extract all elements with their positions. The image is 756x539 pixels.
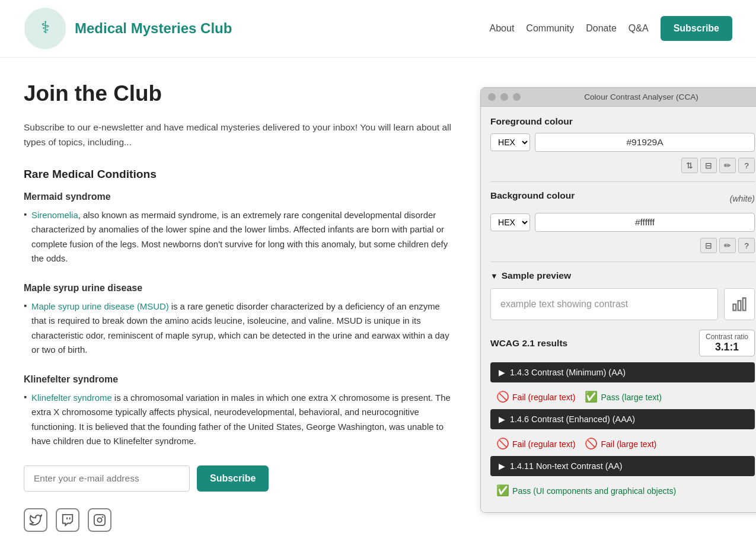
contrast-ratio-box: Contrast ratio 3.1:1	[699, 330, 755, 356]
cca-divider-1	[490, 181, 755, 182]
sample-preview-area: example text showing contrast	[490, 288, 755, 320]
sample-preview-label-text: Sample preview	[502, 270, 571, 281]
svg-rect-9	[743, 298, 746, 311]
email-input[interactable]	[24, 465, 190, 492]
condition-text-msud: Maple syrup urine disease (MSUD) is a ra…	[31, 299, 457, 358]
nav-about[interactable]: About	[490, 23, 515, 34]
wcag-146-result-1-text: Fail (large text)	[601, 439, 656, 449]
background-white-label: (white)	[730, 194, 755, 203]
wcag-rule-146-label: 1.4.6 Contrast (Enhanced) (AAA)	[510, 414, 635, 424]
condition-title-mermaid: Mermaid syndrome	[24, 192, 457, 202]
condition-link-sirenomelia[interactable]: Sirenomelia	[31, 211, 78, 220]
background-value-input[interactable]	[535, 213, 755, 232]
sliders-icon[interactable]: ⊟	[700, 158, 717, 173]
twitter-icon[interactable]	[24, 508, 47, 532]
wcag-rule-146-btn[interactable]: ▶ 1.4.6 Contrast (Enhanced) (AAA)	[490, 409, 755, 429]
svg-rect-4	[94, 515, 105, 525]
eyedropper-fg-icon[interactable]: ✏	[719, 158, 736, 173]
social-icons	[24, 508, 457, 532]
chart-view-btn[interactable]	[724, 288, 755, 320]
svg-rect-8	[738, 301, 741, 310]
header-subscribe-button[interactable]: Subscribe	[661, 16, 732, 41]
condition-desc-mermaid: , also known as mermaid syndrome, is an …	[31, 211, 448, 264]
bullet-msud: ▪	[24, 301, 27, 311]
titlebar-dot-red	[488, 93, 496, 101]
foreground-color-row: HEX	[490, 133, 755, 152]
foreground-format-select[interactable]: HEX	[490, 133, 530, 151]
wcag-1411-result-0-text: Pass (UI components and graphical object…	[512, 486, 676, 496]
sample-preview-toggle[interactable]: ▼ Sample preview	[490, 270, 755, 281]
sample-text-box: example text showing contrast	[490, 288, 718, 320]
wcag-146-result-1: 🚫 Fail (large text)	[585, 438, 656, 450]
site-logo: ⚕	[24, 7, 66, 50]
wcag-146-result-0-text: Fail (regular text)	[512, 439, 575, 449]
background-label: Background colour	[490, 190, 575, 201]
help-fg-icon[interactable]: ?	[738, 158, 755, 173]
wcag-146-results: 🚫 Fail (regular text) 🚫 Fail (large text…	[490, 434, 755, 456]
condition-item-klinefelter: ▪ Klinefelter syndrome is a chromosomal …	[24, 391, 457, 449]
bg-label-row: Background colour (white)	[490, 190, 755, 207]
nav-community[interactable]: Community	[526, 23, 574, 34]
condition-link-msud[interactable]: Maple syrup urine disease (MSUD)	[31, 302, 168, 311]
foreground-icon-row: ⇅ ⊟ ✏ ?	[490, 158, 755, 173]
nav-donate[interactable]: Donate	[586, 23, 617, 34]
swap-icon[interactable]: ⇅	[681, 158, 698, 173]
wcag-rule-1411-label: 1.4.11 Non-text Contrast (AA)	[510, 461, 623, 471]
fail-icon-146-1: 🚫	[585, 438, 598, 450]
wcag-143-result-0-text: Fail (regular text)	[512, 393, 575, 402]
wcag-results-row: WCAG 2.1 results Contrast ratio 3.1:1	[490, 330, 755, 356]
fail-icon-143-0: 🚫	[496, 391, 509, 403]
foreground-label: Foreground colour	[490, 116, 755, 127]
section-heading: Rare Medical Conditions	[24, 168, 457, 181]
wcag-143-result-1: ✅ Pass (large text)	[585, 391, 662, 403]
background-color-row: HEX	[490, 213, 755, 232]
wcag-rule-1411-btn[interactable]: ▶ 1.4.11 Non-text Contrast (AA)	[490, 456, 755, 476]
condition-item-msud: ▪ Maple syrup urine disease (MSUD) is a …	[24, 299, 457, 358]
page-title: Join the Club	[24, 81, 457, 106]
sample-text: example text showing contrast	[500, 299, 628, 310]
main-nav: About Community Donate Q&A Subscribe	[490, 16, 732, 41]
cca-body: Foreground colour HEX ⇅ ⊟ ✏ ? Background…	[481, 107, 756, 512]
wcag-rule-143-btn[interactable]: ▶ 1.4.3 Contrast (Minimum) (AA)	[490, 362, 755, 382]
svg-point-5	[97, 518, 101, 522]
intro-text: Subscribe to our e-newsletter and have m…	[24, 120, 457, 150]
condition-title-msud: Maple syrup urine disease	[24, 283, 457, 294]
svg-point-6	[103, 517, 103, 518]
condition-link-klinefelter[interactable]: Klinefelter syndrome	[31, 393, 112, 403]
cca-panel: Colour Contrast Analyser (CCA) Foregroun…	[480, 87, 756, 513]
foreground-value-input[interactable]	[535, 133, 755, 152]
play-icon-143: ▶	[499, 368, 505, 377]
contrast-ratio-label: Contrast ratio	[706, 333, 748, 341]
help-bg-icon[interactable]: ?	[738, 238, 755, 253]
bullet-klinefelter: ▪	[24, 392, 27, 402]
page-layout: Join the Club Subscribe to our e-newslet…	[0, 58, 756, 539]
form-subscribe-button[interactable]: Subscribe	[197, 465, 269, 492]
wcag-143-results: 🚫 Fail (regular text) ✅ Pass (large text…	[490, 387, 755, 409]
eyedropper-bg-icon[interactable]: ✏	[719, 238, 736, 253]
condition-klinefelter: Klinefelter syndrome ▪ Klinefelter syndr…	[24, 374, 457, 449]
wcag-143-result-1-text: Pass (large text)	[601, 393, 662, 402]
titlebar-dot-yellow	[500, 93, 508, 101]
twitch-icon[interactable]	[56, 508, 79, 532]
nav-qna[interactable]: Q&A	[629, 23, 649, 34]
main-content: Join the Club Subscribe to our e-newslet…	[24, 81, 457, 532]
play-icon-146: ▶	[499, 414, 505, 424]
background-format-select[interactable]: HEX	[490, 213, 530, 231]
instagram-icon[interactable]	[88, 508, 111, 532]
pass-icon-143-1: ✅	[585, 391, 598, 403]
background-icon-row: ⊟ ✏ ?	[490, 238, 755, 253]
condition-text-klinefelter: Klinefelter syndrome is a chromosomal va…	[31, 391, 457, 449]
wcag-1411-result-0: ✅ Pass (UI components and graphical obje…	[496, 484, 676, 497]
condition-mermaid: Mermaid syndrome ▪ Sirenomelia, also kno…	[24, 192, 457, 266]
site-header: ⚕ Medical Mysteries Club About Community…	[0, 0, 756, 58]
triangle-down-icon: ▼	[490, 272, 498, 280]
svg-rect-7	[733, 304, 736, 311]
svg-text:⚕: ⚕	[41, 18, 50, 37]
bullet-mermaid: ▪	[24, 209, 27, 219]
cca-titlebar: Colour Contrast Analyser (CCA)	[481, 88, 756, 107]
wcag-143-result-0: 🚫 Fail (regular text)	[496, 391, 575, 403]
titlebar-dot-green	[513, 93, 521, 101]
sliders-bg-icon[interactable]: ⊟	[700, 238, 717, 253]
condition-title-klinefelter: Klinefelter syndrome	[24, 374, 457, 385]
wcag-1411-results: ✅ Pass (UI components and graphical obje…	[490, 481, 755, 503]
